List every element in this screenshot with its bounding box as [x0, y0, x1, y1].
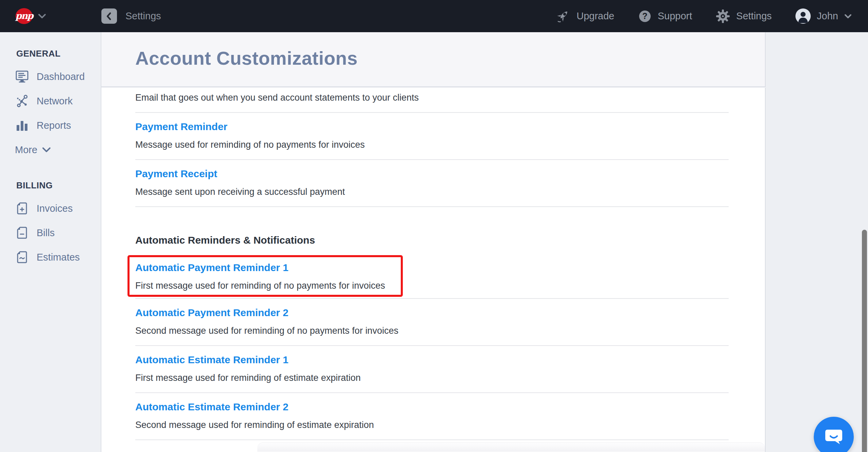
sidebar-item-dashboard[interactable]: Dashboard: [15, 64, 101, 89]
list-item-auto-payment-reminder-2: Automatic Payment Reminder 2 Second mess…: [135, 299, 729, 336]
reports-icon: [15, 118, 29, 132]
list-item-desc: First message used for reminding of no p…: [135, 280, 401, 291]
user-name-label: John: [817, 11, 838, 21]
highlight-box: Automatic Payment Reminder 1 First messa…: [127, 255, 403, 297]
sidebar-item-reports[interactable]: Reports: [15, 113, 101, 138]
logo-text: pnp: [15, 11, 33, 21]
svg-text:?: ?: [642, 11, 647, 21]
sidebar-heading-general: GENERAL: [16, 48, 101, 59]
divider: [135, 439, 729, 440]
sidebar-item-label: Reports: [37, 120, 71, 131]
list-item-desc: Email that goes out when you send accoun…: [135, 92, 729, 103]
back-button[interactable]: [101, 8, 117, 24]
user-menu[interactable]: John: [795, 8, 852, 24]
topbar-nav: Upgrade ? Support: [556, 8, 852, 24]
list-item-desc: First message used for reminding of esti…: [135, 372, 729, 384]
network-icon: [15, 94, 29, 108]
settings-button[interactable]: Settings: [716, 9, 772, 23]
sidebar-billing-list: Invoices Bills Estimates: [0, 196, 101, 269]
chat-launcher-button[interactable]: [814, 417, 854, 452]
auto-estimate-reminder-2-link[interactable]: Automatic Estimate Reminder 2: [135, 400, 289, 413]
sidebar: GENERAL Dashboard: [0, 32, 101, 452]
page-title: Account Customizations: [135, 47, 765, 69]
chevron-left-icon: [105, 12, 113, 21]
section-heading: Automatic Reminders & Notifications: [135, 233, 729, 247]
divider: [135, 206, 729, 207]
list-item-auto-estimate-reminder-2: Automatic Estimate Reminder 2 Second mes…: [135, 393, 729, 431]
payment-reminder-link[interactable]: Payment Reminder: [135, 120, 228, 133]
rocket-icon: [556, 9, 570, 23]
dashboard-icon: [15, 69, 29, 84]
more-label: More: [15, 144, 37, 156]
more-chevron-down-icon: [42, 147, 51, 152]
app-logo: pnp: [16, 8, 33, 24]
support-label: Support: [658, 11, 692, 21]
back-navigation: Settings: [101, 8, 161, 24]
sidebar-heading-billing: BILLING: [16, 180, 101, 191]
estimate-icon: [15, 250, 29, 264]
sidebar-general-list: Dashboard Network: [0, 64, 101, 162]
page-header: Account Customizations: [101, 32, 766, 87]
topbar: pnp Settings Upgrade: [0, 0, 868, 32]
bill-icon: [15, 226, 29, 240]
sidebar-item-invoices[interactable]: Invoices: [15, 196, 101, 221]
sidebar-item-network[interactable]: Network: [15, 89, 101, 113]
auto-payment-reminder-1-link[interactable]: Automatic Payment Reminder 1: [135, 261, 289, 274]
list-item-desc: Second message used for reminding of est…: [135, 419, 729, 431]
question-icon: ?: [638, 9, 652, 23]
settings-list: Email that goes out when you send accoun…: [101, 88, 766, 452]
support-button[interactable]: ? Support: [638, 9, 692, 23]
list-item-auto-payment-reminder-1: Automatic Payment Reminder 1 First messa…: [135, 261, 401, 291]
list-item-desc: Second message used for reminding of no …: [135, 325, 729, 336]
upgrade-button[interactable]: Upgrade: [556, 9, 614, 23]
upgrade-label: Upgrade: [576, 11, 614, 21]
next-panel-edge: [257, 443, 765, 452]
chat-bubble-icon: [823, 426, 845, 448]
app-logo-menu[interactable]: pnp: [16, 8, 46, 24]
vertical-scrollbar[interactable]: [862, 230, 867, 452]
sidebar-item-bills[interactable]: Bills: [15, 221, 101, 245]
sidebar-item-estimates[interactable]: Estimates: [15, 245, 101, 269]
list-item-desc: Message used for reminding of no payment…: [135, 139, 729, 150]
auto-estimate-reminder-1-link[interactable]: Automatic Estimate Reminder 1: [135, 353, 289, 366]
sidebar-item-more[interactable]: More: [15, 138, 101, 162]
avatar: [795, 8, 811, 24]
page-context-label: Settings: [125, 11, 161, 22]
sidebar-item-label: Estimates: [37, 252, 80, 263]
sidebar-item-label: Network: [37, 96, 73, 107]
settings-label: Settings: [736, 11, 772, 21]
payment-receipt-link[interactable]: Payment Receipt: [135, 167, 217, 180]
logo-chevron-down-icon: [38, 14, 46, 19]
sidebar-item-label: Invoices: [37, 203, 73, 214]
auto-payment-reminder-2-link[interactable]: Automatic Payment Reminder 2: [135, 306, 289, 319]
list-item-desc: Message sent upon receiving a successful…: [135, 186, 729, 198]
gear-icon: [716, 9, 730, 23]
list-item-auto-estimate-reminder-1: Automatic Estimate Reminder 1 First mess…: [135, 346, 729, 384]
sidebar-item-label: Dashboard: [37, 71, 85, 82]
list-item-payment-receipt: Payment Receipt Message sent upon receiv…: [135, 160, 729, 198]
invoice-icon: [15, 201, 29, 215]
user-chevron-down-icon: [844, 14, 852, 19]
sidebar-item-label: Bills: [37, 227, 55, 239]
list-item-payment-reminder: Payment Reminder Message used for remind…: [135, 113, 729, 150]
